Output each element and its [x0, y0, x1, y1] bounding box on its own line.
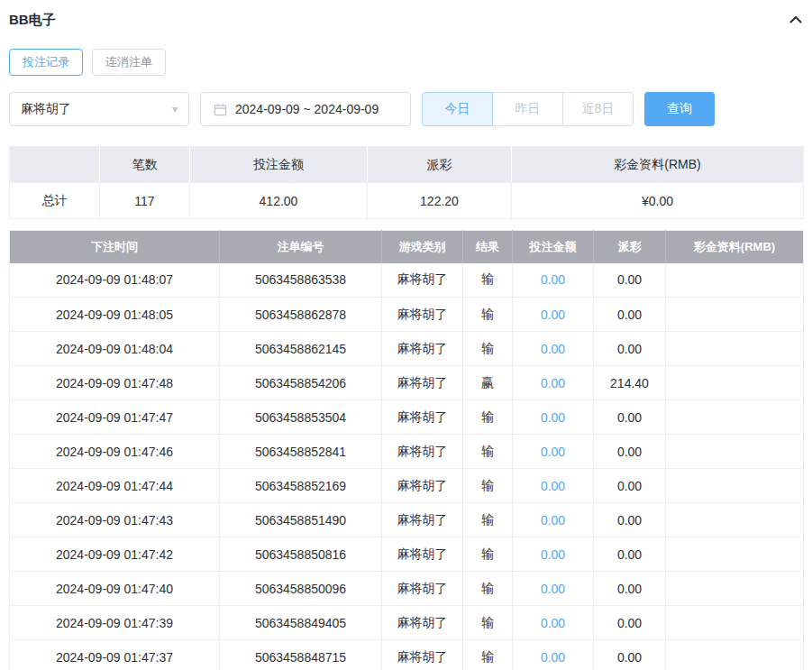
tabs: 投注记录 连消注单	[9, 49, 803, 76]
today-button[interactable]: 今日	[422, 92, 493, 126]
summary-header-count: 笔数	[100, 147, 190, 183]
cell-payout: 0.00	[594, 640, 666, 670]
cell-game-type: 麻将胡了	[382, 503, 463, 537]
col-header-bet-time: 下注时间	[10, 231, 220, 263]
cell-order-number: 5063458852841	[220, 435, 382, 469]
col-header-result: 结果	[463, 231, 513, 263]
bet-amount-link[interactable]: 0.00	[541, 650, 565, 665]
bet-amount-link[interactable]: 0.00	[541, 547, 565, 562]
cell-payout: 0.00	[594, 469, 666, 503]
cell-result: 赢	[463, 366, 513, 400]
betting-records-panel: BB电子 投注记录 连消注单 麻将胡了 ▾ 2024-09-09 ~ 2024-…	[0, 0, 812, 670]
last-8-days-button[interactable]: 近8日	[562, 92, 634, 126]
cell-game-type: 麻将胡了	[382, 537, 463, 572]
cell-bet-amount: 0.00	[513, 263, 594, 298]
tab-betting-records[interactable]: 投注记录	[9, 49, 83, 76]
cell-result: 输	[463, 332, 513, 366]
cell-jackpot	[666, 400, 804, 435]
cell-bet-time: 2024-09-09 01:47:40	[10, 572, 220, 606]
summary-header-jackpot: 彩金资料(RMB)	[512, 147, 804, 183]
cell-game-type: 麻将胡了	[382, 606, 463, 640]
table-row: 2024-09-09 01:47:39 5063458849405 麻将胡了 输…	[10, 606, 804, 640]
cell-bet-amount: 0.00	[513, 606, 594, 640]
cell-bet-time: 2024-09-09 01:47:37	[10, 640, 220, 670]
cell-payout: 0.00	[594, 263, 666, 298]
table-row: 2024-09-09 01:47:37 5063458848715 麻将胡了 输…	[10, 640, 804, 670]
bet-amount-link[interactable]: 0.00	[541, 272, 565, 287]
cell-payout: 0.00	[594, 572, 666, 606]
bet-amount-link[interactable]: 0.00	[541, 445, 565, 459]
cell-order-number: 5063458854206	[220, 366, 382, 400]
cell-bet-time: 2024-09-09 01:47:46	[10, 435, 220, 469]
table-row: 2024-09-09 01:47:44 5063458852169 麻将胡了 输…	[10, 469, 804, 503]
table-row: 2024-09-09 01:47:46 5063458852841 麻将胡了 输…	[10, 435, 804, 469]
cell-result: 输	[463, 606, 513, 640]
cell-bet-amount: 0.00	[513, 503, 594, 537]
summary-total-row: 总计 117 412.00 122.20 ¥0.00	[10, 183, 804, 219]
col-header-jackpot: 彩金资料(RMB)	[666, 231, 804, 263]
cell-order-number: 5063458862145	[220, 332, 382, 366]
bet-amount-link[interactable]: 0.00	[541, 616, 565, 630]
search-button[interactable]: 查询	[644, 92, 715, 126]
cell-order-number: 5063458853504	[220, 400, 382, 435]
cell-bet-amount: 0.00	[513, 400, 594, 435]
table-row: 2024-09-09 01:47:47 5063458853504 麻将胡了 输…	[10, 400, 804, 435]
cell-result: 输	[463, 640, 513, 670]
cell-result: 输	[463, 469, 513, 503]
game-select[interactable]: 麻将胡了 ▾	[9, 92, 189, 126]
cell-bet-time: 2024-09-09 01:47:44	[10, 469, 220, 503]
bet-amount-link[interactable]: 0.00	[541, 582, 565, 596]
cell-jackpot	[666, 366, 804, 400]
cell-order-number: 5063458852169	[220, 469, 382, 503]
cell-bet-amount: 0.00	[513, 332, 594, 366]
summary-header-empty	[10, 147, 100, 183]
game-select-value: 麻将胡了	[21, 101, 71, 117]
caret-down-icon: ▾	[172, 103, 178, 115]
summary-table: 笔数 投注金额 派彩 彩金资料(RMB) 总计 117 412.00 122.2…	[9, 146, 804, 219]
summary-total-payout: 122.20	[368, 183, 512, 219]
yesterday-button[interactable]: 昨日	[492, 92, 563, 126]
summary-total-label: 总计	[10, 183, 100, 219]
summary-total-bet-amount: 412.00	[190, 183, 368, 219]
cell-payout: 0.00	[594, 400, 666, 435]
summary-header-payout: 派彩	[368, 147, 512, 183]
tab-consumed-orders[interactable]: 连消注单	[92, 49, 166, 76]
col-header-payout: 派彩	[594, 231, 666, 263]
cell-game-type: 麻将胡了	[382, 640, 463, 670]
cell-jackpot	[666, 640, 804, 670]
collapse-chevron-up-icon[interactable]	[789, 13, 803, 27]
cell-bet-time: 2024-09-09 01:47:42	[10, 537, 220, 572]
cell-order-number: 5063458851490	[220, 503, 382, 537]
summary-total-count: 117	[100, 183, 190, 219]
bet-amount-link[interactable]: 0.00	[541, 410, 565, 425]
cell-bet-time: 2024-09-09 01:47:48	[10, 366, 220, 400]
summary-header-row: 笔数 投注金额 派彩 彩金资料(RMB)	[10, 147, 804, 183]
records-body: 2024-09-09 01:48:07 5063458863538 麻将胡了 输…	[10, 263, 804, 670]
cell-bet-time: 2024-09-09 01:47:43	[10, 503, 220, 537]
cell-order-number: 5063458849405	[220, 606, 382, 640]
table-row: 2024-09-09 01:48:04 5063458862145 麻将胡了 输…	[10, 332, 804, 366]
bet-amount-link[interactable]: 0.00	[541, 479, 565, 493]
cell-game-type: 麻将胡了	[382, 332, 463, 366]
cell-payout: 0.00	[594, 606, 666, 640]
cell-jackpot	[666, 572, 804, 606]
date-range-input[interactable]: 2024-09-09 ~ 2024-09-09	[200, 92, 411, 126]
col-header-game-type: 游戏类别	[382, 231, 463, 263]
cell-jackpot	[666, 606, 804, 640]
records-header-row: 下注时间 注单编号 游戏类别 结果 投注金额 派彩 彩金资料(RMB)	[10, 231, 804, 263]
bet-amount-link[interactable]: 0.00	[541, 376, 565, 390]
bet-amount-link[interactable]: 0.00	[541, 342, 565, 356]
cell-order-number: 5063458850816	[220, 537, 382, 572]
table-row: 2024-09-09 01:48:07 5063458863538 麻将胡了 输…	[10, 263, 804, 298]
summary-total-jackpot: ¥0.00	[512, 183, 804, 219]
bet-amount-link[interactable]: 0.00	[541, 513, 565, 528]
table-row: 2024-09-09 01:48:05 5063458862878 麻将胡了 输…	[10, 298, 804, 332]
date-range-value: 2024-09-09 ~ 2024-09-09	[235, 102, 379, 116]
cell-payout: 0.00	[594, 435, 666, 469]
cell-bet-amount: 0.00	[513, 640, 594, 670]
cell-bet-amount: 0.00	[513, 366, 594, 400]
cell-order-number: 5063458850096	[220, 572, 382, 606]
col-header-bet-amount: 投注金额	[513, 231, 594, 263]
cell-result: 输	[463, 435, 513, 469]
bet-amount-link[interactable]: 0.00	[541, 307, 565, 322]
